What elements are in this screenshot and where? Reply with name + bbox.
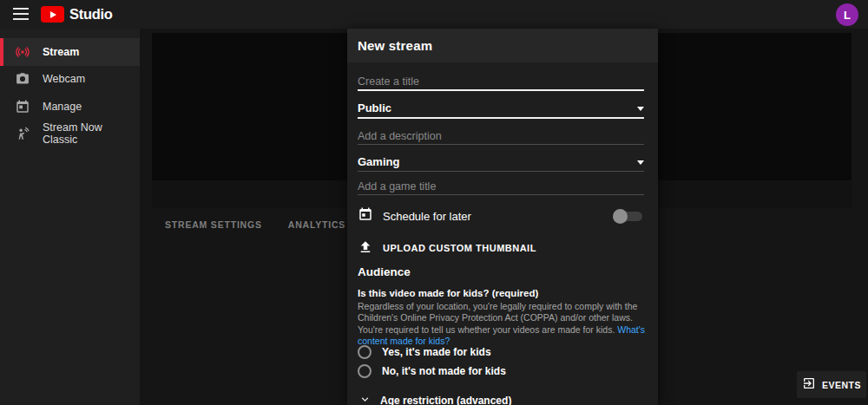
chevron-down-icon xyxy=(637,160,644,165)
sidebar-item-label: Stream Now Classic xyxy=(43,121,140,146)
youtube-studio-logo[interactable]: Studio xyxy=(41,0,113,29)
game-title-input[interactable] xyxy=(358,178,644,195)
calendar-icon xyxy=(15,99,30,114)
broadcast-icon xyxy=(15,44,30,60)
schedule-row: Schedule for later xyxy=(358,206,644,225)
brand-label: Studio xyxy=(69,6,113,23)
radio-label: Yes, it's made for kids xyxy=(382,346,491,358)
radio-made-for-kids[interactable]: Yes, it's made for kids xyxy=(358,344,491,360)
category-select[interactable]: Gaming xyxy=(358,154,644,172)
chevron-down-icon xyxy=(358,393,372,405)
privacy-select[interactable]: Public xyxy=(358,101,644,119)
age-restriction-label: Age restriction (advanced) xyxy=(380,395,511,405)
new-stream-dialog: New stream Public Gaming Schedule for la… xyxy=(347,29,658,405)
kids-question: Is this video made for kids? (required) xyxy=(358,288,538,298)
radio-label: No, it's not made for kids xyxy=(382,365,506,377)
schedule-label: Schedule for later xyxy=(383,210,471,223)
chevron-down-icon xyxy=(637,107,644,111)
privacy-value: Public xyxy=(358,101,391,117)
background-tabs: STREAM SETTINGS ANALYTICS xyxy=(165,219,345,230)
sidebar-item-stream-now-classic[interactable]: Stream Now Classic xyxy=(0,121,140,148)
sidebar-item-stream[interactable]: Stream xyxy=(0,38,140,66)
tab-analytics[interactable]: ANALYTICS xyxy=(288,219,345,230)
youtube-studio-live-page: Studio L Stream xyxy=(0,0,868,405)
schedule-toggle[interactable] xyxy=(613,208,644,224)
stream-title-input[interactable] xyxy=(358,74,644,91)
sidebar-item-webcam[interactable]: Webcam xyxy=(0,66,140,94)
sidebar: Stream Webcam Manage xyxy=(0,29,140,405)
classic-stream-icon xyxy=(15,126,30,141)
events-button[interactable]: EVENTS xyxy=(797,371,866,398)
sidebar-item-manage[interactable]: Manage xyxy=(0,93,140,121)
exit-to-app-icon xyxy=(802,376,816,393)
hamburger-icon[interactable] xyxy=(13,8,29,20)
audience-heading: Audience xyxy=(358,265,411,278)
avatar[interactable]: L xyxy=(836,3,858,26)
age-restriction-expander[interactable]: Age restriction (advanced) xyxy=(358,393,511,405)
kids-disclaimer-text: Regardless of your location, you're lega… xyxy=(358,301,637,335)
top-bar: Studio L xyxy=(0,0,868,29)
calendar-icon xyxy=(358,206,373,225)
upload-label: UPLOAD CUSTOM THUMBNAIL xyxy=(383,243,536,253)
youtube-play-icon xyxy=(41,6,64,23)
tab-stream-settings[interactable]: STREAM SETTINGS xyxy=(165,219,262,230)
events-label: EVENTS xyxy=(822,380,861,390)
upload-thumbnail-button[interactable]: UPLOAD CUSTOM THUMBNAIL xyxy=(358,239,536,257)
upload-icon xyxy=(358,239,373,258)
dialog-header: New stream xyxy=(347,29,658,62)
category-value: Gaming xyxy=(358,155,399,171)
sidebar-item-label: Manage xyxy=(43,101,82,113)
active-indicator xyxy=(0,38,3,66)
radio-button-icon xyxy=(358,364,372,378)
camera-icon xyxy=(15,71,30,87)
description-input[interactable] xyxy=(358,127,644,145)
kids-disclaimer: Regardless of your location, you're lega… xyxy=(358,301,647,348)
sidebar-item-label: Webcam xyxy=(43,73,85,85)
toggle-knob xyxy=(613,209,628,224)
dialog-title: New stream xyxy=(347,29,658,62)
sidebar-item-label: Stream xyxy=(43,46,79,58)
radio-button-icon xyxy=(358,345,372,359)
radio-not-made-for-kids[interactable]: No, it's not made for kids xyxy=(358,363,506,379)
